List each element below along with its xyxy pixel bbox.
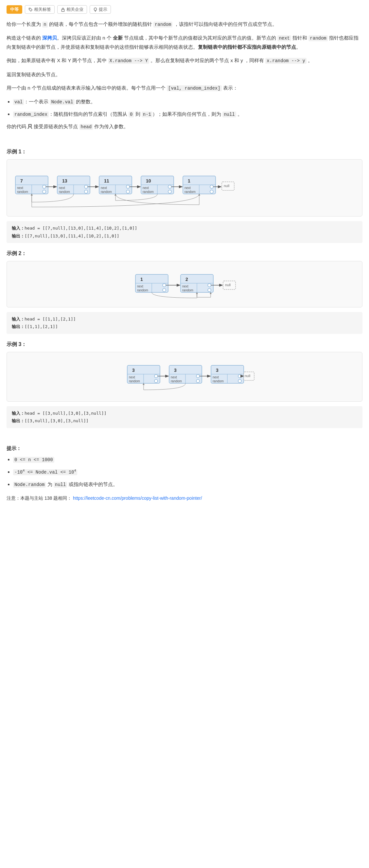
related-companies-badge[interactable]: 相关企业 bbox=[57, 5, 87, 14]
svg-text:next: next bbox=[171, 375, 177, 379]
example-2-io: 输入：head = [[1,1],[2,1]] 输出：[[1,1],[2,1]] bbox=[6, 312, 363, 334]
example-3-diagram: 3 next random 3 next random 3 bbox=[6, 352, 363, 402]
desc-p5: 用一个由 n 个节点组成的链表来表示输入/输出中的链表。每个节点用一个 [val… bbox=[6, 84, 363, 93]
example-2-section: 示例 2： 1 next random 2 bbox=[6, 250, 363, 334]
svg-text:next: next bbox=[143, 186, 149, 190]
hints-label: 提示 bbox=[99, 6, 107, 12]
hint-item-1: 0 <= n <= 1000 bbox=[13, 455, 363, 464]
hints-section: 提示： 0 <= n <= 1000 -104 <= Node.val <= 1… bbox=[6, 445, 363, 489]
svg-text:next: next bbox=[17, 186, 23, 190]
note-link[interactable]: https://leetcode-cn.com/problems/copy-li… bbox=[73, 495, 202, 501]
bullet-item-1: val：一个表示 Node.val 的整数。 bbox=[13, 97, 363, 106]
code-random2: random bbox=[308, 35, 328, 41]
example-3-io: 输入：head = [[3,null],[3,0],[3,null]] 输出：[… bbox=[6, 406, 363, 428]
code-n1: n-1 bbox=[142, 112, 152, 117]
desc-p1: 给你一个长度为 n 的链表，每个节点包含一个额外增加的随机指针 random ，… bbox=[6, 20, 363, 29]
related-companies-label: 相关企业 bbox=[66, 6, 84, 12]
output-label: 输出： bbox=[12, 234, 25, 239]
output-label-3: 输出： bbox=[12, 418, 25, 423]
tag-icon bbox=[28, 7, 33, 12]
hints-badge[interactable]: 提示 bbox=[90, 5, 111, 14]
svg-point-94 bbox=[238, 379, 241, 383]
example-1-title: 示例 1： bbox=[6, 149, 363, 155]
code-random: random bbox=[153, 22, 173, 28]
note-section: 注意：本题与主站 138 题相同： https://leetcode-cn.co… bbox=[6, 494, 363, 502]
svg-point-7 bbox=[42, 185, 46, 188]
example-1-input: 输入：head = [[7,null],[13,0],[11,4],[10,2]… bbox=[12, 224, 357, 232]
svg-point-63 bbox=[208, 284, 211, 287]
svg-text:next: next bbox=[59, 186, 65, 190]
svg-point-65 bbox=[208, 288, 211, 292]
lightbulb-icon bbox=[93, 7, 97, 12]
input-label: 输入： bbox=[12, 226, 25, 230]
example-3-svg: 3 next random 3 next random 3 bbox=[114, 359, 255, 395]
svg-text:random: random bbox=[185, 190, 196, 194]
svg-text:random: random bbox=[137, 288, 148, 292]
code-xrandom2: x.random --> y bbox=[265, 58, 307, 64]
svg-text:3: 3 bbox=[132, 368, 135, 373]
svg-text:random: random bbox=[143, 190, 154, 194]
code-null2: null bbox=[54, 482, 67, 488]
svg-text:null: null bbox=[225, 283, 230, 287]
example-3-input: 输入：head = [[3,null],[3,0],[3,null]] bbox=[12, 409, 357, 417]
desc-p2: 构造这个链表的 深拷贝。深拷贝应该正好由 n 个 全新 节点组成，其中每个新节点… bbox=[6, 33, 363, 51]
svg-point-85 bbox=[196, 379, 199, 383]
svg-point-54 bbox=[162, 284, 166, 287]
svg-rect-1 bbox=[61, 9, 64, 11]
tags-row: 中等 相关标签 相关企业 提示 bbox=[6, 5, 363, 14]
output-label-2: 输出： bbox=[12, 324, 25, 329]
code-nodeval: Node.val bbox=[50, 99, 74, 105]
difficulty-label: 中等 bbox=[10, 6, 19, 12]
svg-point-16 bbox=[84, 185, 88, 188]
example-2-diagram: 1 next random 2 next random null bbox=[6, 261, 363, 307]
svg-text:next: next bbox=[137, 284, 143, 288]
code-hint3: Node.random bbox=[13, 482, 46, 488]
svg-text:13: 13 bbox=[62, 178, 67, 184]
svg-text:next: next bbox=[129, 375, 135, 379]
code-hint1: 0 <= n <= 1000 bbox=[13, 457, 54, 463]
svg-text:10: 10 bbox=[146, 178, 151, 184]
svg-text:random: random bbox=[213, 379, 224, 383]
example-3-output: 输出：[[3,null],[3,0],[3,null]] bbox=[12, 417, 357, 425]
svg-point-0 bbox=[29, 8, 30, 9]
hints-list: 0 <= n <= 1000 -104 <= Node.val <= 104 N… bbox=[13, 455, 363, 489]
bullet-list-1: val：一个表示 Node.val 的整数。 random_index：随机指针… bbox=[13, 97, 363, 119]
svg-point-56 bbox=[162, 288, 166, 292]
example-2-output: 输出：[[1,1],[2,1]] bbox=[12, 323, 357, 330]
svg-point-34 bbox=[168, 185, 172, 188]
deep-copy-link[interactable]: 深拷贝 bbox=[42, 35, 57, 40]
example-1-io: 输入：head = [[7,null],[13,0],[11,4],[10,2]… bbox=[6, 221, 363, 243]
code-valrandom: [val, random_index] bbox=[167, 85, 222, 91]
code-n: n bbox=[42, 22, 48, 28]
svg-point-36 bbox=[168, 190, 172, 193]
example-1-svg-container: 7 next random 13 next random bbox=[12, 166, 357, 210]
code-next: next bbox=[277, 35, 291, 41]
related-tags-badge[interactable]: 相关标签 bbox=[25, 5, 55, 14]
svg-text:next: next bbox=[101, 186, 107, 190]
svg-point-18 bbox=[84, 190, 88, 193]
input-label-2: 输入： bbox=[12, 317, 25, 321]
difficulty-badge[interactable]: 中等 bbox=[6, 5, 22, 14]
example-1-svg: 7 next random 13 next random bbox=[12, 166, 235, 209]
input-label-3: 输入： bbox=[12, 411, 25, 416]
svg-text:random: random bbox=[59, 190, 70, 194]
code-xrandom: X.random --> Y bbox=[108, 58, 150, 64]
svg-text:null: null bbox=[245, 374, 250, 378]
lock-icon bbox=[61, 7, 65, 12]
example-2-input: 输入：head = [[1,1],[2,1]] bbox=[12, 315, 357, 323]
svg-text:next: next bbox=[213, 375, 219, 379]
bullet-item-2: random_index：随机指针指向的节点索引（范围从 0 到 n-1）；如果… bbox=[13, 110, 363, 119]
hint-item-3: Node.random 为 null 或指向链表中的节点。 bbox=[13, 480, 363, 489]
example-3-section: 示例 3： 3 next random 3 bbox=[6, 341, 363, 428]
svg-text:1: 1 bbox=[188, 178, 190, 184]
svg-text:random: random bbox=[129, 379, 140, 383]
svg-text:3: 3 bbox=[216, 368, 218, 373]
bold-new: 全新 bbox=[113, 35, 123, 40]
bold-note: 复制链表中的指针都不应指向原链表中的节点 bbox=[198, 44, 296, 50]
note-prefix: 注意：本题与主站 138 题相同： bbox=[6, 495, 72, 501]
svg-text:11: 11 bbox=[104, 178, 109, 184]
example-1-output: 输出：[[7,null],[13,0],[11,4],[10,2],[1,0]] bbox=[12, 232, 357, 240]
svg-text:null: null bbox=[224, 184, 229, 188]
svg-point-27 bbox=[126, 190, 129, 193]
hints-title: 提示： bbox=[6, 445, 363, 452]
